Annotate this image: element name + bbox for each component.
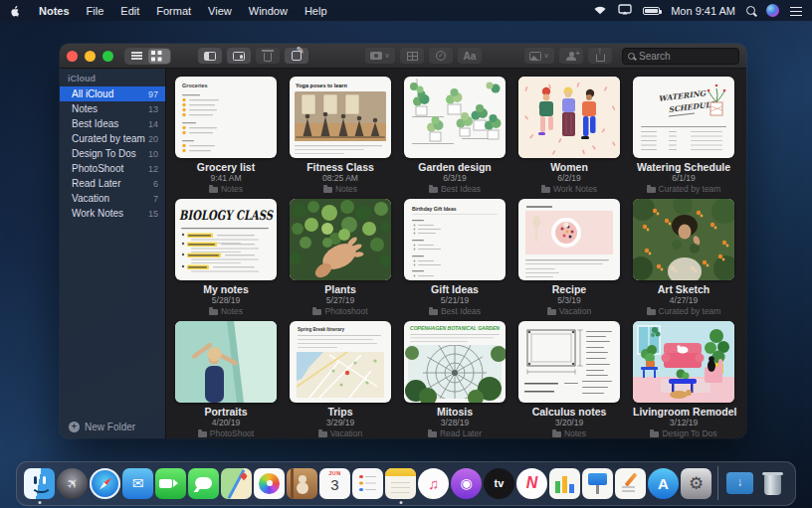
dock-icon-photos[interactable] <box>254 468 285 499</box>
spotlight-icon[interactable] <box>746 6 755 15</box>
dock-icon-downloads[interactable] <box>724 468 755 499</box>
folder-icon <box>198 431 207 437</box>
table-button[interactable] <box>400 48 424 64</box>
note-date: 3/20/19 <box>518 419 620 427</box>
dock-icon-numbers[interactable] <box>549 468 580 499</box>
notification-center-icon[interactable] <box>790 5 802 17</box>
close-button[interactable] <box>67 51 78 62</box>
add-photo-button[interactable]: ∨ <box>524 48 554 64</box>
sidebar-item-curated-by-team[interactable]: Curated by team20 <box>60 131 165 146</box>
dock-icon-calendar[interactable]: JUN3 <box>319 468 350 499</box>
list-view-button[interactable] <box>125 49 147 64</box>
dock-icon-reminders[interactable] <box>352 468 383 499</box>
wifi-icon[interactable] <box>593 4 607 17</box>
note-card-recipe[interactable]: Recipe 5/3/19 Vacation <box>518 199 620 316</box>
note-card-plants[interactable]: Plants 5/27/19 Photoshoot <box>290 199 391 316</box>
sidebar-item-design-to-dos[interactable]: Design To Dos10 <box>60 146 165 161</box>
menu-window[interactable]: Window <box>249 5 288 17</box>
dock-icon-keynote[interactable] <box>582 468 613 499</box>
search-input[interactable] <box>639 51 733 62</box>
dock-icon-maps[interactable] <box>221 468 252 499</box>
note-card-women[interactable]: Women 6/2/19 Work Notes <box>518 77 620 194</box>
sidebar-item-all-icloud[interactable]: All iCloud97 <box>60 86 165 101</box>
dock-icon-podcasts[interactable] <box>451 468 482 499</box>
checklist-button[interactable]: ✓ <box>429 48 453 64</box>
note-card-calculus-notes[interactable]: Calculus notes 3/20/19 Notes <box>518 321 620 438</box>
sidebar-item-vacation[interactable]: Vacation7 <box>60 191 165 206</box>
share-button-group: ∨ <box>519 48 612 64</box>
battery-icon[interactable] <box>643 7 660 15</box>
dock-icon-news[interactable]: N <box>516 468 547 499</box>
dock-icon-safari[interactable] <box>90 468 120 499</box>
gallery-view-button[interactable] <box>148 49 170 64</box>
sidebar-item-photoshoot[interactable]: PhotoShoot12 <box>60 161 165 176</box>
dock-icon-text: N <box>516 474 547 492</box>
traffic-lights <box>67 51 113 62</box>
dock-icon-finder[interactable] <box>24 468 55 499</box>
folder-label: Best Ideas <box>72 118 118 129</box>
note-thumbnail: Birthday Gift Ideas <box>404 199 506 280</box>
minimize-button[interactable] <box>85 51 96 62</box>
note-title: My notes <box>175 284 277 295</box>
share-button[interactable] <box>588 48 612 64</box>
new-note-button[interactable] <box>285 48 308 64</box>
sidebar-icon <box>204 52 216 61</box>
note-title: Trips <box>290 407 391 418</box>
menu-file[interactable]: File <box>87 5 104 17</box>
note-count: 20 <box>148 134 158 144</box>
folder-icon <box>647 309 656 315</box>
note-card-my-notes[interactable]: BIOLOGY CLASS My notes 5/28/19 Notes <box>175 199 277 316</box>
note-thumbnail <box>175 321 277 403</box>
menu-bar-clock[interactable]: Mon 9:41 AM <box>671 5 735 17</box>
text-format-button[interactable]: Aa <box>458 48 482 64</box>
dock-icon-facetime[interactable] <box>155 468 186 499</box>
menu-help[interactable]: Help <box>304 5 327 17</box>
attach-media-button[interactable]: ∨ <box>365 48 395 64</box>
sidebar-item-work-notes[interactable]: Work Notes15 <box>60 206 165 221</box>
add-people-button[interactable] <box>559 48 583 64</box>
note-card-grocery-list[interactable]: Groceries Grocery list 9:41 AM Notes <box>175 77 277 194</box>
note-title: Grocery list <box>175 162 277 173</box>
note-card-livingroom-remodel[interactable]: Livingroom Remodel 3/12/19 Design To Dos <box>633 321 734 438</box>
dock-icon-mail[interactable] <box>122 468 153 499</box>
dock-icon-trash[interactable] <box>757 468 788 499</box>
menu-format[interactable]: Format <box>156 5 191 17</box>
checklist-icon: ✓ <box>436 51 446 61</box>
zoom-button[interactable] <box>102 51 113 62</box>
dock-icon-launchpad[interactable] <box>57 468 88 499</box>
note-date: 6/2/19 <box>518 174 620 183</box>
note-card-watering-schedule[interactable]: WATERINGSCHEDULE Watering Schedule 6/1/1… <box>633 77 734 194</box>
sidebar-item-read-later[interactable]: Read Later6 <box>60 176 165 191</box>
apple-menu-icon[interactable] <box>10 4 21 17</box>
sidebar-item-notes[interactable]: Notes13 <box>60 101 165 116</box>
dock-icon-tv[interactable]: tv <box>484 468 514 499</box>
delete-note-button[interactable] <box>256 48 280 64</box>
dock-separator <box>717 466 718 500</box>
note-card-portraits[interactable]: Portraits 4/20/19 PhotoShoot <box>175 321 277 438</box>
dock-icon-music[interactable] <box>418 468 449 499</box>
menu-notes[interactable]: Notes <box>39 5 70 17</box>
note-card-art-sketch[interactable]: Art Sketch 4/27/19 Curated by team <box>633 199 734 316</box>
folder-icon <box>429 309 438 315</box>
note-card-fitness-class[interactable]: Yoga poses to learn Fitness Class 08:25 … <box>290 77 391 194</box>
siri-icon[interactable] <box>766 4 779 17</box>
note-card-garden-design[interactable]: Garden design 6/3/19 Best Ideas <box>404 77 506 194</box>
folder-icon <box>647 187 656 193</box>
note-title: Watering Schedule <box>633 162 734 173</box>
note-card-gift-ideas[interactable]: Birthday Gift Ideas Gift Ideas 5/21/19 B… <box>404 199 506 316</box>
dock-icon-messages[interactable] <box>188 468 219 499</box>
note-card-mitosis[interactable]: COPENHAGEN BOTANICAL GARDEN Mitosis 3/28… <box>404 321 506 438</box>
dock-icon-notes[interactable] <box>385 468 416 499</box>
attachments-button[interactable] <box>227 48 251 64</box>
sidebar-item-best-ideas[interactable]: Best Ideas14 <box>60 116 165 131</box>
dock-icon-contacts[interactable] <box>287 468 317 499</box>
toggle-folders-button[interactable] <box>198 48 222 64</box>
menu-view[interactable]: View <box>208 5 232 17</box>
dock-icon-appstore[interactable]: A <box>648 468 679 499</box>
note-card-trips[interactable]: Spring Break Itinerary Trips 3/29/19 Vac… <box>290 321 391 438</box>
new-folder-button[interactable]: + New Folder <box>69 422 135 432</box>
dock-icon-pages[interactable] <box>615 468 646 499</box>
display-airplay-icon[interactable] <box>618 4 632 17</box>
menu-edit[interactable]: Edit <box>120 5 139 17</box>
dock-icon-settings[interactable] <box>681 468 711 499</box>
